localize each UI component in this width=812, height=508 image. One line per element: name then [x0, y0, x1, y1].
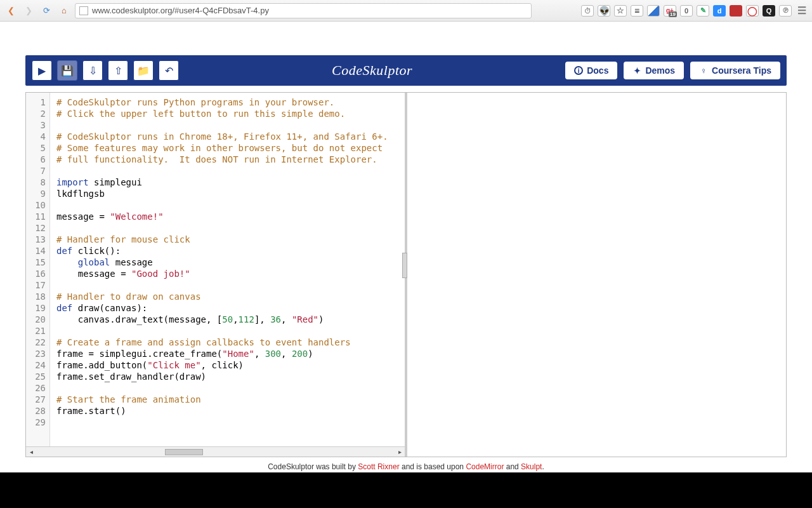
app-toolbar: ▶ 💾 ⇩ ⇧ 📁 ↶ CodeSkulptor iDocs ✦Demos ♀C…: [25, 55, 787, 86]
bulb-icon: ♀: [699, 66, 708, 75]
footer-link-codemirror[interactable]: CodeMirror: [466, 462, 504, 471]
line-gutter: 1234567891011121314151617181920212223242…: [26, 93, 50, 446]
demos-label: Demos: [645, 65, 675, 76]
scroll-right-button[interactable]: ▸: [395, 448, 405, 455]
footer-text-and: and: [504, 462, 521, 471]
gplus-badge: 19: [669, 11, 677, 17]
extension-red-icon[interactable]: [730, 5, 742, 17]
timer-icon[interactable]: ⏱: [581, 5, 594, 17]
footer-text-post: .: [542, 462, 544, 471]
coursera-button[interactable]: ♀Coursera Tips: [690, 62, 780, 79]
editor-pane: 1234567891011121314151617181920212223242…: [26, 93, 407, 457]
page-content: ▶ 💾 ⇩ ⇧ 📁 ↶ CodeSkulptor iDocs ✦Demos ♀C…: [0, 22, 812, 472]
forward-button[interactable]: ❯: [22, 4, 36, 18]
footer-link-skulpt[interactable]: Skulpt: [521, 462, 542, 471]
bookmark-star-icon[interactable]: ☆: [614, 5, 627, 17]
code-editor[interactable]: 1234567891011121314151617181920212223242…: [26, 93, 405, 446]
browser-toolbar: ❮ ❯ ⟳ ⌂ www.codeskulptor.org/#user4-Q4cF…: [0, 0, 812, 22]
upload-button[interactable]: ⇧: [108, 60, 128, 81]
footer-text-pre: CodeSkulptor was built by: [268, 462, 358, 471]
url-text: www.codeskulptor.org/#user4-Q4cFDbsavT-4…: [92, 6, 269, 15]
scroll-left-button[interactable]: ◂: [26, 448, 36, 455]
coursera-label: Coursera Tips: [712, 65, 771, 76]
demos-button[interactable]: ✦Demos: [624, 62, 684, 79]
footer: CodeSkulptor was built by Scott Rixner a…: [0, 457, 812, 472]
diigo-icon[interactable]: d: [713, 5, 726, 17]
page-icon: [79, 6, 88, 15]
footer-link-rixner[interactable]: Scott Rixner: [358, 462, 399, 471]
home-button[interactable]: ⌂: [57, 4, 71, 18]
app-brand: CodeSkulptor: [184, 62, 560, 79]
adblock-icon[interactable]: ◯: [746, 5, 759, 17]
star-icon: ✦: [632, 66, 641, 75]
code-content[interactable]: # CodeSkulptor runs Python programs in y…: [50, 93, 405, 446]
address-bar[interactable]: www.codeskulptor.org/#user4-Q4cFDbsavT-4…: [75, 3, 532, 18]
buffer-icon[interactable]: ≡: [631, 5, 643, 17]
reddit-icon[interactable]: 👽: [598, 5, 610, 17]
docs-button[interactable]: iDocs: [565, 62, 617, 79]
scroll-track[interactable]: [36, 449, 395, 455]
download-button[interactable]: ⇩: [82, 60, 103, 81]
docs-label: Docs: [587, 65, 608, 76]
eyedropper-icon[interactable]: ✎: [697, 5, 709, 17]
run-button[interactable]: ▶: [32, 60, 52, 81]
save-button[interactable]: 💾: [57, 60, 77, 81]
info-icon: i: [574, 66, 583, 75]
scroll-thumb[interactable]: [165, 449, 203, 455]
delicious-icon[interactable]: [647, 5, 660, 17]
horizontal-scrollbar[interactable]: ◂ ▸: [26, 446, 405, 457]
footer-text-mid: and is based upon: [400, 462, 466, 471]
back-button[interactable]: ❮: [4, 4, 18, 18]
header-right-buttons: iDocs ✦Demos ♀Coursera Tips: [565, 62, 780, 79]
output-pane: [407, 93, 786, 457]
extension-p-icon[interactable]: ℗: [779, 5, 792, 17]
extension-tray: ⏱ 👽 ☆ ≡ g+19 0 ✎ d ◯ Q ℗ ☰: [581, 5, 808, 17]
open-button[interactable]: 📁: [133, 60, 154, 81]
workspace: 1234567891011121314151617181920212223242…: [25, 92, 787, 457]
reload-button[interactable]: ⟳: [39, 4, 53, 18]
google-plus-icon[interactable]: g+19: [664, 5, 676, 17]
extension-black-icon[interactable]: Q: [763, 5, 775, 17]
splitter-handle[interactable]: [402, 253, 407, 278]
undo-button[interactable]: ↶: [159, 60, 179, 81]
counter-icon[interactable]: 0: [680, 5, 693, 17]
chrome-menu-icon[interactable]: ☰: [796, 5, 808, 17]
